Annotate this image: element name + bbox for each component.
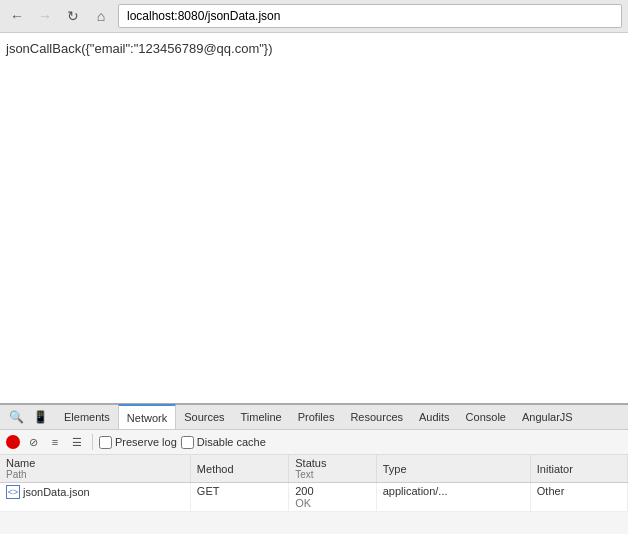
network-table: Name Path Method Status Text Type Initia…	[0, 455, 628, 534]
disable-cache-checkbox[interactable]	[181, 436, 194, 449]
preserve-log-checkbox[interactable]	[99, 436, 112, 449]
tab-audits[interactable]: Audits	[411, 405, 458, 429]
preserve-log-label[interactable]: Preserve log	[99, 436, 177, 449]
row-method: GET	[190, 483, 288, 512]
col-status: Status Text	[289, 455, 376, 483]
row-initiator: Other	[530, 483, 627, 512]
devtools-icon-group: 🔍 📱	[4, 405, 52, 429]
table-row[interactable]: <> jsonData.json GET 200OK application/.…	[0, 483, 628, 512]
record-button[interactable]	[6, 435, 20, 449]
browser-toolbar: ← → ↻ ⌂	[0, 0, 628, 32]
preserve-log-text: Preserve log	[115, 436, 177, 448]
clear-button[interactable]: ⊘	[24, 433, 42, 451]
row-name-text: jsonData.json	[23, 486, 90, 498]
row-name: <> jsonData.json	[0, 483, 190, 512]
tab-console[interactable]: Console	[458, 405, 514, 429]
page-content: jsonCallBack({"email":"123456789@qq.com"…	[0, 33, 628, 403]
file-icon: <>	[6, 485, 20, 499]
tab-network[interactable]: Network	[118, 404, 176, 429]
row-status: 200OK	[289, 483, 376, 512]
network-toolbar: ⊘ ≡ ☰ Preserve log Disable cache	[0, 430, 628, 455]
col-method: Method	[190, 455, 288, 483]
col-type: Type	[376, 455, 530, 483]
mobile-icon-button[interactable]: 📱	[28, 405, 52, 429]
browser-chrome: ← → ↻ ⌂	[0, 0, 628, 33]
tab-elements[interactable]: Elements	[56, 405, 118, 429]
devtools-tab-bar: 🔍 📱 Elements Network Sources Timeline Pr…	[0, 405, 628, 430]
disable-cache-label[interactable]: Disable cache	[181, 436, 266, 449]
tab-profiles[interactable]: Profiles	[290, 405, 343, 429]
filter-button[interactable]: ≡	[46, 433, 64, 451]
forward-button[interactable]: →	[34, 5, 56, 27]
col-name: Name Path	[0, 455, 190, 483]
tab-sources[interactable]: Sources	[176, 405, 232, 429]
inspect-icon-button[interactable]: 🔍	[4, 405, 28, 429]
home-button[interactable]: ⌂	[90, 5, 112, 27]
toolbar-divider	[92, 434, 93, 450]
disable-cache-text: Disable cache	[197, 436, 266, 448]
reload-button[interactable]: ↻	[62, 5, 84, 27]
tab-timeline[interactable]: Timeline	[233, 405, 290, 429]
devtools-panel: 🔍 📱 Elements Network Sources Timeline Pr…	[0, 403, 628, 534]
tab-angularjs[interactable]: AngularJS	[514, 405, 581, 429]
list-view-button[interactable]: ☰	[68, 433, 86, 451]
address-bar[interactable]	[118, 4, 622, 28]
tab-resources[interactable]: Resources	[342, 405, 411, 429]
col-initiator: Initiator	[530, 455, 627, 483]
row-type: application/...	[376, 483, 530, 512]
page-text: jsonCallBack({"email":"123456789@qq.com"…	[6, 41, 273, 56]
back-button[interactable]: ←	[6, 5, 28, 27]
